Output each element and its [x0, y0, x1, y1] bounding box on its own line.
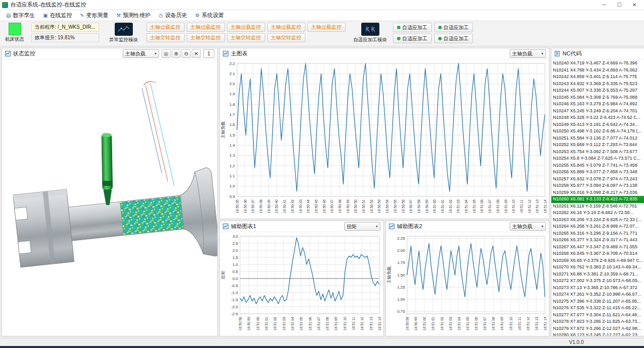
nc-code-line[interactable]: N10267 X6.447 Y-3.347 Z-9.489 A-71.055 [551, 244, 644, 251]
nc-code-line[interactable]: N10271 X6.88 Y-3.381 Z-10.359 A-68.71... [551, 271, 644, 278]
nc-code-line[interactable]: N10280 X8.123 Y-3.245 Z-12.227 A-62.23..… [551, 332, 644, 336]
nc-code-line[interactable]: N10273 X7.13 Y-3.365 Z-10.786 A-67.372 [551, 285, 644, 292]
nc-code-line[interactable]: N10276 X7.535 Y-3.322 Z-11.415 A-65.22..… [551, 305, 644, 312]
nc-code-line[interactable]: N10250 X5.498 Y-3.162 Z-6.86 A-74.178 (.… [551, 128, 644, 135]
nc-code-line[interactable]: N10278 X7.823 Y-3.286 Z-11.825 A-63.73..… [551, 318, 644, 325]
overload-monitor-button-5[interactable]: 主轴过载监控 [307, 23, 346, 32]
svg-text:16:51:02: 16:51:02 [273, 317, 277, 330]
status-signal-dropdown[interactable]: 主轴负载 ▾ [123, 49, 159, 58]
nc-code-line[interactable]: N10279 X7.972 Y-3.266 Z-12.027 A-62.98..… [551, 325, 644, 332]
svg-text:16:51:04: 16:51:04 [291, 317, 294, 330]
svg-text:1.6: 1.6 [229, 122, 235, 127]
overload-monitor-button-4[interactable]: 主轴过载监控 [267, 23, 305, 32]
nc-code-line-selected[interactable]: N10260 X6.081 Y-3.133 Z-8.422 A-72.835 [551, 196, 644, 203]
nc-code-line[interactable]: N10241 X4.788 Y-3.434 Z-4.893 A-76.062 [551, 67, 644, 74]
machine-status-indicator [9, 23, 21, 35]
nc-code-line[interactable]: N10264 X6.258 Y-3.261 Z-8.989 A-72.07... [551, 223, 644, 230]
nc-code-line[interactable]: N10246 X5.163 Y-3.279 Z-5.984 A-74.892 [551, 101, 644, 108]
anomaly-module-icon[interactable] [115, 23, 133, 36]
nc-code-panel: NC代码 N10240 X4.719 Y-3.467 Z-4.669 A-76.… [551, 48, 644, 336]
minimize-button[interactable]: ─ [597, 2, 612, 8]
nc-code-line[interactable]: N10255 X5.845 Y-3.079 Z-7.741 A-73.458 [551, 162, 644, 169]
aux-chart2-signal-value: 主轴负载 [512, 223, 532, 230]
cutting-tool [102, 133, 113, 205]
svg-text:16:50:59: 16:50:59 [247, 317, 251, 330]
aux-chart2-signal-dropdown[interactable]: 主轴负载 ▾ [510, 222, 546, 231]
adaptive-machining-button-2[interactable]: 自适应加工 [434, 23, 473, 32]
nc-code-line[interactable]: N10253 X5.754 Y-3.092 Z-7.508 A-73.677 [551, 149, 644, 156]
nc-code-list[interactable]: N10240 X4.719 Y-3.467 Z-4.669 A-76.396N1… [551, 59, 644, 336]
svg-text:1.0: 1.0 [229, 184, 235, 188]
nc-code-line[interactable]: N10269 X6.65 Y-3.379 Z-9.926 A-69.947 C.… [551, 257, 644, 264]
menu-item-5[interactable]: ◷设备历史 [154, 11, 191, 20]
machine-3d-view[interactable] [2, 59, 217, 336]
nc-code-line[interactable]: N10275 X7.396 Y-3.338 Z-11.207 A-65.95..… [551, 298, 644, 305]
nc-code-line[interactable]: N10242 X4.859 Y-3.401 Z-5.114 A-75.775 [551, 74, 644, 81]
zoom-level-box[interactable]: 1 [203, 49, 214, 58]
nc-code-line[interactable]: N10268 X6.545 Y-3.367 Z-9.708 A-70.514 [551, 250, 644, 257]
maximize-button[interactable]: ☐ [612, 2, 627, 8]
menu-item-1[interactable]: ▤数字孪生 [2, 11, 39, 20]
nc-code-line[interactable]: N10247 X5.245 Y-3.249 Z-6.204 A-74.701 [551, 108, 644, 115]
svg-text:16:50:51: 16:50:51 [362, 199, 365, 213]
nc-code-line[interactable]: N10274 X7.261 Y-3.352 Z-10.998 A-66.67..… [551, 291, 644, 298]
nc-code-line[interactable]: N10256 X5.889 Y-3.077 Z-7.858 A-73.348 [551, 169, 644, 176]
aux-chart1-signal-dropdown[interactable]: 扭矩 ▾ [344, 222, 380, 231]
nc-code-line[interactable]: N10252 X5.669 Y-3.112 Z-7.293 A-73.844 [551, 142, 644, 149]
svg-text:16:51:12: 16:51:12 [526, 317, 530, 330]
nc-code-line[interactable]: N10243 X4.932 Y-3.369 Z-5.335 A-75.523 [551, 81, 644, 88]
adaptive-machining-button-4[interactable]: 自适应加工 [434, 34, 473, 43]
reset-view-icon[interactable]: ✕ [192, 49, 201, 58]
machine-status-label: 机床状态 [5, 36, 24, 43]
nc-code-line[interactable]: N10265 X6.316 Y-3.296 Z-9.156 A-71.771 [551, 230, 644, 237]
overload-monitor-button-2[interactable]: 主轴过载监控 [187, 23, 225, 32]
zoom-out-icon[interactable]: ⊖ [182, 49, 191, 58]
adaptive-module-icon[interactable]: K K [361, 23, 379, 36]
menu-item-6[interactable]: ⚙系统设置 [191, 11, 228, 20]
svg-text:16:51:01: 16:51:01 [265, 317, 268, 330]
idle-monitor-button-2[interactable]: 主轴空转监控 [187, 33, 225, 42]
nc-code-line[interactable]: N10272 X7.002 Y-3.375 Z-10.573 A-68.05..… [551, 277, 644, 285]
nc-code-line[interactable]: N10244 X5.007 Y-3.338 Z-5.553 A-75.297 [551, 87, 644, 94]
adaptive-machining-button-3[interactable]: 自适应加工 [393, 34, 432, 43]
close-button[interactable]: ✕ [627, 2, 642, 8]
nc-code-line[interactable]: N10249 X5.413 Y-3.191 Z-6.642 A-74.34... [551, 121, 644, 128]
nc-code-line[interactable]: N10258 X5.977 Y-3.084 Z-8.097 A-73.138 [551, 182, 644, 189]
nc-code-line[interactable]: N10263 X6.206 Y-3.224 Z-8.828 A-72.33 (.… [551, 217, 644, 224]
nc-code-line[interactable]: N10261 X6.119 Y-3.159 Z-8.546 A-72.701 [551, 203, 644, 210]
idle-monitor-button-3[interactable]: 主轴空转监控 [227, 33, 265, 42]
nc-code-title: NC代码 [562, 50, 582, 57]
nc-code-line[interactable]: N10240 X4.719 Y-3.467 Z-4.669 A-76.396 [551, 60, 644, 67]
zoom-in-icon[interactable]: ⊕ [172, 49, 181, 58]
main-chart[interactable]: 16:50:3516:50:3616:50:3716:50:3816:50:39… [220, 59, 549, 219]
overload-monitor-button-3[interactable]: 主轴过载监控 [227, 23, 265, 32]
chevron-down-icon: ▾ [154, 51, 156, 56]
nc-code-line[interactable]: N10257 X5.932 Y-3.078 Z-7.974 A-73.243 [551, 176, 644, 183]
nc-code-line[interactable]: N10270 X6.762 Y-3.383 Z-10.143 A-69.34..… [551, 264, 644, 271]
menu-item-3[interactable]: ✎变形测量 [76, 11, 112, 20]
adaptive-machining-button-1[interactable]: 自适应加工 [393, 23, 432, 32]
svg-text:-0.5: -0.5 [231, 284, 238, 288]
nc-code-line[interactable]: N10277 X7.677 Y-3.304 Z-11.621 A-64.48..… [551, 312, 644, 319]
idle-monitor-button-4[interactable]: 主轴空转监控 [267, 33, 305, 42]
nc-code-line[interactable]: N10254 X5.8 Y-3.084 Z-7.625 A-73.571 C..… [551, 155, 644, 162]
menu-item-2[interactable]: ▣在线监控 [39, 11, 75, 20]
main-chart-signal-dropdown[interactable]: 主轴负载 ▾ [510, 49, 546, 58]
nc-code-line[interactable]: N10259 X6.016 Y-3.098 Z-8.217 A-73.036 [551, 189, 644, 196]
nc-code-line[interactable]: N10251 X5.584 Y-3.136 Z-7.077 A-74.012 [551, 135, 644, 142]
aux-chart2-title: 辅助图表2 [397, 223, 422, 230]
aux-chart1[interactable]: 16:50:5816:50:5916:51:0016:51:0116:51:02… [220, 232, 383, 336]
svg-text:-2.5: -2.5 [231, 312, 238, 316]
overload-monitor-button-1[interactable]: 主轴过载监控 [146, 23, 185, 32]
nc-code-line[interactable]: N10266 X6.377 Y-3.324 Z-9.317 A-71.443 [551, 237, 644, 244]
nc-code-line[interactable]: N10248 X5.328 Y-3.22 Z-6.423 A-74.52 C..… [551, 114, 644, 121]
predictive-maintenance-icon: ⚒ [116, 13, 121, 18]
svg-text:16:51:12: 16:51:12 [528, 199, 531, 213]
menu-item-4[interactable]: ⚒预测性维护 [112, 11, 154, 20]
nc-code-line[interactable]: N10262 X6.16 Y-3.19 Z-8.682 A-72.56... [551, 210, 644, 217]
idle-monitor-button-1[interactable]: 主轴空转监控 [146, 33, 185, 42]
svg-text:16:51:14: 16:51:14 [378, 317, 381, 330]
nc-code-line[interactable]: N10245 X5.084 Y-3.308 Z-5.769 A-75.088 [551, 94, 644, 101]
pan-icon[interactable]: ◎ [162, 49, 171, 58]
aux-chart2[interactable]: 16:50:5816:50:5916:51:0016:51:0116:51:02… [386, 232, 549, 336]
